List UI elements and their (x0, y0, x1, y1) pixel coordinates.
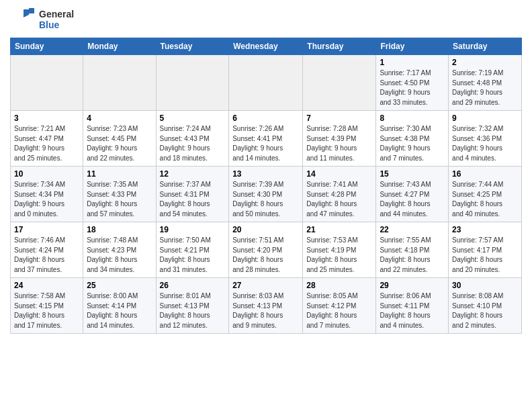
weekday-header-sunday: Sunday (11, 38, 83, 55)
day-number: 19 (160, 225, 226, 234)
day-info: Sunrise: 7:30 AMSunset: 4:38 PMDaylight:… (380, 124, 445, 163)
day-number: 11 (87, 169, 152, 179)
day-info: Sunrise: 8:03 AMSunset: 4:13 PMDaylight:… (232, 291, 299, 330)
weekday-header-friday: Friday (376, 38, 449, 55)
calendar-cell: 25Sunrise: 8:00 AMSunset: 4:14 PMDayligh… (83, 278, 156, 334)
logo-general-text: General (39, 9, 74, 19)
weekday-header-thursday: Thursday (303, 38, 376, 55)
day-info: Sunrise: 7:24 AMSunset: 4:43 PMDaylight:… (160, 124, 226, 163)
day-number: 15 (380, 169, 445, 179)
day-info: Sunrise: 7:39 AMSunset: 4:30 PMDaylight:… (232, 180, 299, 219)
day-number: 21 (306, 225, 372, 234)
day-info: Sunrise: 7:26 AMSunset: 4:41 PMDaylight:… (232, 124, 299, 163)
day-info: Sunrise: 8:05 AMSunset: 4:12 PMDaylight:… (306, 291, 372, 330)
calendar-cell: 2Sunrise: 7:19 AMSunset: 4:48 PMDaylight… (449, 55, 522, 111)
calendar-cell: 6Sunrise: 7:26 AMSunset: 4:41 PMDaylight… (229, 111, 303, 167)
calendar-cell: 30Sunrise: 8:08 AMSunset: 4:10 PMDayligh… (449, 278, 522, 334)
calendar-cell (229, 55, 303, 111)
calendar-cell: 11Sunrise: 7:35 AMSunset: 4:33 PMDayligh… (83, 167, 156, 222)
calendar-cell (83, 55, 156, 111)
day-number: 25 (87, 281, 152, 290)
logo-bird-icon (10, 7, 36, 32)
logo-blue-text: Blue (39, 19, 74, 30)
calendar-cell: 16Sunrise: 7:44 AMSunset: 4:25 PMDayligh… (449, 167, 522, 222)
day-number: 5 (160, 113, 226, 123)
day-number: 26 (160, 281, 226, 290)
day-info: Sunrise: 7:55 AMSunset: 4:18 PMDaylight:… (380, 236, 445, 275)
day-number: 27 (232, 281, 299, 290)
day-info: Sunrise: 7:43 AMSunset: 4:27 PMDaylight:… (380, 180, 445, 219)
week-row-2: 3Sunrise: 7:21 AMSunset: 4:47 PMDaylight… (11, 111, 522, 167)
day-number: 2 (452, 58, 518, 67)
svg-marker-1 (29, 8, 34, 13)
calendar-cell: 17Sunrise: 7:46 AMSunset: 4:24 PMDayligh… (11, 222, 83, 278)
weekday-header-saturday: Saturday (449, 38, 522, 55)
weekday-header-wednesday: Wednesday (229, 38, 303, 55)
calendar-cell: 13Sunrise: 7:39 AMSunset: 4:30 PMDayligh… (229, 167, 303, 222)
calendar-cell: 5Sunrise: 7:24 AMSunset: 4:43 PMDaylight… (156, 111, 229, 167)
day-number: 12 (160, 169, 226, 179)
day-number: 29 (380, 281, 445, 290)
day-number: 22 (380, 225, 445, 234)
weekday-header-tuesday: Tuesday (156, 38, 229, 55)
calendar-cell: 26Sunrise: 8:01 AMSunset: 4:13 PMDayligh… (156, 278, 229, 334)
day-number: 16 (452, 169, 518, 179)
logo-text: General Blue (39, 9, 74, 30)
day-number: 6 (232, 113, 299, 123)
calendar-cell: 24Sunrise: 7:58 AMSunset: 4:15 PMDayligh… (11, 278, 83, 334)
calendar-cell (156, 55, 229, 111)
day-info: Sunrise: 7:35 AMSunset: 4:33 PMDaylight:… (87, 180, 152, 219)
day-info: Sunrise: 7:50 AMSunset: 4:21 PMDaylight:… (160, 236, 226, 275)
day-number: 13 (232, 169, 299, 179)
day-info: Sunrise: 8:08 AMSunset: 4:10 PMDaylight:… (452, 291, 518, 330)
day-info: Sunrise: 7:34 AMSunset: 4:34 PMDaylight:… (14, 180, 79, 219)
calendar-table: SundayMondayTuesdayWednesdayThursdayFrid… (10, 38, 522, 334)
day-number: 8 (380, 113, 445, 123)
day-number: 1 (380, 58, 445, 67)
day-info: Sunrise: 7:32 AMSunset: 4:36 PMDaylight:… (452, 124, 518, 163)
week-row-1: 1Sunrise: 7:17 AMSunset: 4:50 PMDaylight… (11, 55, 522, 111)
calendar-cell: 21Sunrise: 7:53 AMSunset: 4:19 PMDayligh… (303, 222, 376, 278)
logo: General Blue (10, 7, 74, 32)
calendar-cell: 19Sunrise: 7:50 AMSunset: 4:21 PMDayligh… (156, 222, 229, 278)
logo-container: General Blue (10, 7, 74, 32)
day-info: Sunrise: 7:44 AMSunset: 4:25 PMDaylight:… (452, 180, 518, 219)
day-number: 23 (452, 225, 518, 234)
day-number: 20 (232, 225, 299, 234)
day-number: 7 (306, 113, 372, 123)
day-number: 28 (306, 281, 372, 290)
calendar-cell: 20Sunrise: 7:51 AMSunset: 4:20 PMDayligh… (229, 222, 303, 278)
calendar-cell: 15Sunrise: 7:43 AMSunset: 4:27 PMDayligh… (376, 167, 449, 222)
day-number: 3 (14, 113, 79, 123)
day-info: Sunrise: 7:28 AMSunset: 4:39 PMDaylight:… (306, 124, 372, 163)
day-info: Sunrise: 7:48 AMSunset: 4:23 PMDaylight:… (87, 236, 152, 275)
day-info: Sunrise: 7:37 AMSunset: 4:31 PMDaylight:… (160, 180, 226, 219)
day-number: 9 (452, 113, 518, 123)
weekday-header-row: SundayMondayTuesdayWednesdayThursdayFrid… (11, 38, 522, 55)
day-number: 14 (306, 169, 372, 179)
header: General Blue (10, 7, 522, 32)
calendar-cell: 29Sunrise: 8:06 AMSunset: 4:11 PMDayligh… (376, 278, 449, 334)
calendar-cell: 22Sunrise: 7:55 AMSunset: 4:18 PMDayligh… (376, 222, 449, 278)
week-row-3: 10Sunrise: 7:34 AMSunset: 4:34 PMDayligh… (11, 167, 522, 222)
calendar-cell: 8Sunrise: 7:30 AMSunset: 4:38 PMDaylight… (376, 111, 449, 167)
day-info: Sunrise: 8:01 AMSunset: 4:13 PMDaylight:… (160, 291, 226, 330)
day-info: Sunrise: 8:00 AMSunset: 4:14 PMDaylight:… (87, 291, 152, 330)
day-info: Sunrise: 7:53 AMSunset: 4:19 PMDaylight:… (306, 236, 372, 275)
day-number: 10 (14, 169, 79, 179)
calendar-cell: 1Sunrise: 7:17 AMSunset: 4:50 PMDaylight… (376, 55, 449, 111)
week-row-4: 17Sunrise: 7:46 AMSunset: 4:24 PMDayligh… (11, 222, 522, 278)
day-info: Sunrise: 7:21 AMSunset: 4:47 PMDaylight:… (14, 124, 79, 163)
week-row-5: 24Sunrise: 7:58 AMSunset: 4:15 PMDayligh… (11, 278, 522, 334)
calendar-cell: 23Sunrise: 7:57 AMSunset: 4:17 PMDayligh… (449, 222, 522, 278)
day-info: Sunrise: 7:17 AMSunset: 4:50 PMDaylight:… (380, 68, 445, 107)
day-info: Sunrise: 7:41 AMSunset: 4:28 PMDaylight:… (306, 180, 372, 219)
day-number: 4 (87, 113, 152, 123)
calendar-cell: 12Sunrise: 7:37 AMSunset: 4:31 PMDayligh… (156, 167, 229, 222)
day-info: Sunrise: 7:23 AMSunset: 4:45 PMDaylight:… (87, 124, 152, 163)
day-info: Sunrise: 7:58 AMSunset: 4:15 PMDaylight:… (14, 291, 79, 330)
page: General Blue SundayMondayTuesdayWednesda… (0, 0, 532, 411)
day-number: 30 (452, 281, 518, 290)
calendar-cell (11, 55, 83, 111)
calendar-cell: 27Sunrise: 8:03 AMSunset: 4:13 PMDayligh… (229, 278, 303, 334)
